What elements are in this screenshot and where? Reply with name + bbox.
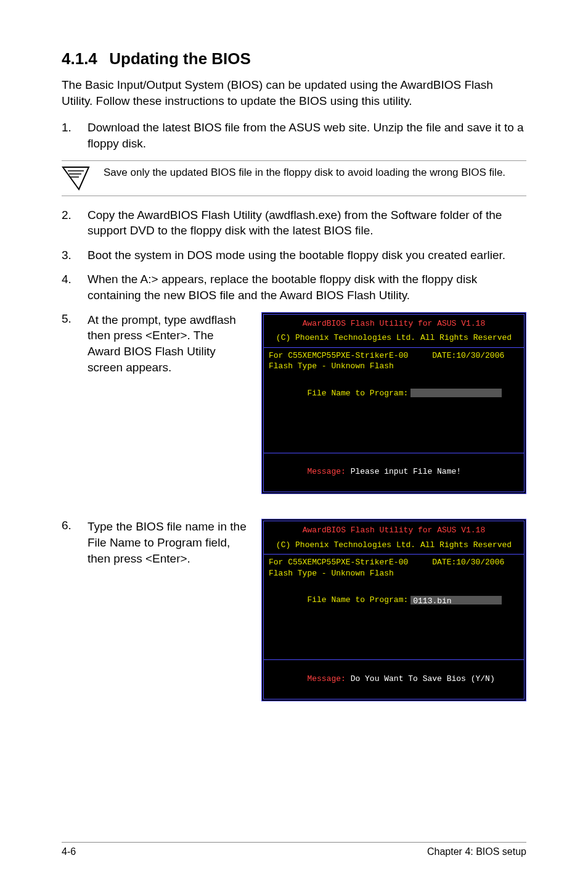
step-number: 2. [62, 207, 73, 239]
step-text: Copy the AwardBIOS Flash Utility (awdfla… [88, 207, 526, 239]
page-number: 4-6 [62, 846, 76, 857]
terminal-message-row: Message: Please input File Name! [269, 456, 519, 489]
intro-paragraph: The Basic Input/Output System (BIOS) can… [62, 77, 526, 109]
step-number: 4. [62, 271, 73, 303]
step-5-row: 5. At the prompt, type awdflash then pre… [62, 312, 526, 494]
step-text: When the A:> appears, replace the bootab… [88, 271, 526, 303]
note-icon [62, 166, 90, 191]
section-title-text: Updating the BIOS [109, 49, 251, 68]
terminal-info-line-2: Flash Type - Unknown Flash [269, 361, 519, 372]
terminal-title: AwardBIOS Flash Utility for ASUS V1.18 [269, 525, 519, 536]
terminal-copyright: (C) Phoenix Technologies Ltd. All Rights… [269, 332, 519, 344]
terminal-screenshot-2: AwardBIOS Flash Utility for ASUS V1.18 (… [261, 519, 526, 701]
page-footer: 4-6 Chapter 4: BIOS setup [62, 842, 526, 857]
chapter-label: Chapter 4: BIOS setup [427, 846, 526, 857]
terminal-message-row: Message: Do You Want To Save Bios (Y/N) [269, 662, 519, 695]
terminal-input-field: 0113.bin [410, 596, 502, 604]
step-2: 2. Copy the AwardBIOS Flash Utility (awd… [62, 207, 526, 239]
step-text: Boot the system in DOS mode using the bo… [88, 247, 526, 263]
terminal-prompt-row: File Name to Program:0113.bin [269, 584, 519, 616]
note-text: Save only the updated BIOS file in the f… [104, 166, 505, 180]
terminal-prompt-label: File Name to Program: [307, 389, 408, 398]
step-number: 1. [62, 120, 73, 151]
step-text: Download the latest BIOS file from the A… [88, 120, 526, 151]
terminal-message-label: Message: [307, 467, 345, 476]
note-block: Save only the updated BIOS file in the f… [62, 160, 526, 196]
terminal-copyright: (C) Phoenix Technologies Ltd. All Rights… [269, 540, 519, 551]
terminal-prompt-row: File Name to Program: [269, 377, 519, 410]
step-number: 5. [62, 312, 73, 326]
step-text: At the prompt, type awdflash then press … [88, 312, 247, 376]
terminal-prompt-label: File Name to Program: [307, 595, 408, 604]
step-4: 4. When the A:> appears, replace the boo… [62, 271, 526, 303]
step-number: 6. [62, 519, 73, 532]
terminal-message-label: Message: [307, 674, 345, 683]
section-heading: 4.1.4 Updating the BIOS [62, 49, 526, 68]
page: 4.1.4 Updating the BIOS The Basic Input/… [0, 0, 588, 887]
step-number: 3. [62, 247, 73, 263]
terminal-input-field [410, 389, 502, 397]
step-1: 1. Download the latest BIOS file from th… [62, 120, 526, 151]
terminal-message-text: Please input File Name! [346, 467, 461, 476]
terminal-screenshot-1: AwardBIOS Flash Utility for ASUS V1.18 (… [261, 312, 526, 494]
terminal-title: AwardBIOS Flash Utility for ASUS V1.18 [269, 318, 519, 329]
terminal-info-line-1: For C55XEMCP55PXE-StrikerE-00 DATE:10/30… [269, 350, 519, 361]
step-text: Type the BIOS file name in the File Name… [88, 519, 247, 566]
step-6-row: 6. Type the BIOS file name in the File N… [62, 519, 526, 701]
terminal-info-line-1: For C55XEMCP55PXE-StrikerE-00 DATE:10/30… [269, 557, 519, 568]
section-number: 4.1.4 [62, 49, 105, 68]
step-3: 3. Boot the system in DOS mode using the… [62, 247, 526, 263]
terminal-info-line-2: Flash Type - Unknown Flash [269, 568, 519, 579]
terminal-message-text: Do You Want To Save Bios (Y/N) [346, 674, 495, 683]
